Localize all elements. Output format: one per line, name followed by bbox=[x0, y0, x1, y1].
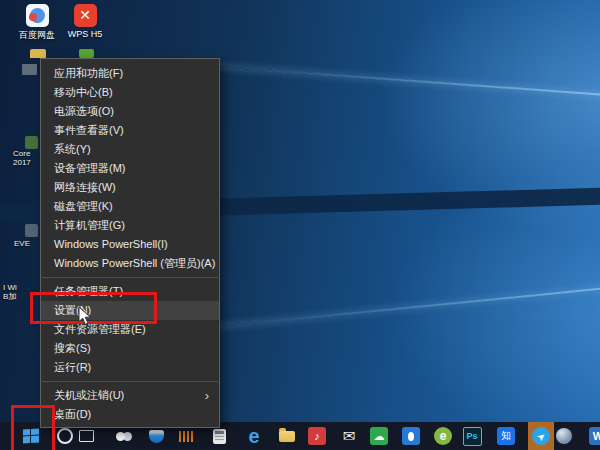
menu-item-search[interactable]: 搜索(S) bbox=[41, 339, 219, 358]
menu-separator bbox=[42, 277, 218, 278]
desktop-label-fragment: B加 bbox=[3, 293, 16, 301]
orange-bars-icon bbox=[179, 431, 193, 442]
baidu-netdisk-icon-red bbox=[29, 13, 37, 21]
partial-app-icon: W bbox=[589, 427, 600, 445]
desktop-icon-fragment-folder[interactable] bbox=[30, 49, 46, 58]
taskbar-app-paper-plane-active[interactable]: ➤ bbox=[528, 422, 554, 450]
menu-separator bbox=[42, 381, 218, 382]
green-e-icon: e bbox=[434, 427, 452, 445]
taskbar-app-green-browser[interactable]: e bbox=[431, 424, 455, 448]
baidu-netdisk-icon bbox=[26, 4, 49, 27]
white-circles-icon bbox=[116, 432, 125, 441]
desktop-icon-baidu-netdisk[interactable]: 百度网盘 bbox=[14, 4, 60, 42]
edge-icon: e bbox=[248, 426, 259, 446]
menu-item-network-connections[interactable]: 网络连接(W) bbox=[41, 178, 219, 197]
cloud-icon: ☁ bbox=[370, 427, 388, 445]
desktop-icon-wps-h5[interactable]: ✕ WPS H5 bbox=[62, 4, 108, 39]
globe-icon bbox=[556, 428, 572, 444]
menu-item-disk-management[interactable]: 磁盘管理(K) bbox=[41, 197, 219, 216]
annotation-settings-highlight-box bbox=[30, 292, 157, 324]
menu-item-windows-powershell-admin[interactable]: Windows PowerShell (管理员)(A) bbox=[41, 254, 219, 273]
taskbar-app-partial-right[interactable]: W bbox=[586, 424, 600, 448]
taskbar-app-edge[interactable]: e bbox=[242, 424, 266, 448]
desktop-label-fragment: 2017 bbox=[13, 159, 31, 167]
desktop-icon-fragment-app2[interactable] bbox=[25, 224, 38, 237]
cortana-circle-icon bbox=[57, 428, 73, 444]
taskbar-app-green-cloud[interactable]: ☁ bbox=[367, 424, 391, 448]
mail-envelope-icon: ✉ bbox=[343, 427, 356, 445]
desktop-icon-fragment-app1[interactable] bbox=[25, 136, 38, 149]
menu-item-event-viewer[interactable]: 事件查看器(V) bbox=[41, 121, 219, 140]
taskbar-app-blue-2[interactable] bbox=[399, 424, 423, 448]
desktop-icon-label: 百度网盘 bbox=[14, 29, 60, 42]
menu-item-device-manager[interactable]: 设备管理器(M) bbox=[41, 159, 219, 178]
photoshop-icon: Ps bbox=[463, 427, 482, 446]
menu-item-computer-management[interactable]: 计算机管理(G) bbox=[41, 216, 219, 235]
taskbar-app-file-explorer[interactable] bbox=[275, 424, 299, 448]
folder-icon bbox=[279, 431, 295, 442]
winx-context-menu: 应用和功能(F) 移动中心(B) 电源选项(O) 事件查看器(V) 系统(Y) … bbox=[40, 58, 220, 428]
blue-app-icon bbox=[149, 430, 164, 443]
submenu-chevron-icon: › bbox=[205, 386, 209, 405]
taskbar-app-globe[interactable] bbox=[552, 424, 576, 448]
music-note-icon: ♪ bbox=[308, 427, 326, 445]
desktop-label-fragment: EVE bbox=[14, 240, 30, 248]
taskbar-app-mail[interactable]: ✉ bbox=[337, 424, 361, 448]
menu-item-apps-and-features[interactable]: 应用和功能(F) bbox=[41, 64, 219, 83]
wps-h5-icon: ✕ bbox=[74, 4, 97, 27]
blue-app2-icon bbox=[402, 427, 420, 445]
menu-item-desktop[interactable]: 桌面(D) bbox=[41, 405, 219, 424]
menu-item-system[interactable]: 系统(Y) bbox=[41, 140, 219, 159]
taskbar-app-zhihu[interactable]: 知 bbox=[494, 424, 518, 448]
desktop-icon-label: WPS H5 bbox=[62, 29, 108, 39]
desktop-icon-fragment-gray[interactable] bbox=[22, 64, 37, 75]
annotation-start-button-highlight-box bbox=[11, 405, 55, 450]
desktop-label-fragment: I Wi bbox=[3, 284, 17, 292]
taskbar-app-netease-music[interactable]: ♪ bbox=[305, 424, 329, 448]
calculator-icon bbox=[213, 429, 226, 444]
task-view-icon bbox=[79, 430, 94, 442]
desktop-label-fragment: Core bbox=[13, 150, 30, 158]
mouse-cursor bbox=[78, 306, 92, 330]
zhihu-icon: 知 bbox=[497, 427, 515, 445]
menu-item-power-options[interactable]: 电源选项(O) bbox=[41, 102, 219, 121]
menu-item-shutdown-or-signout[interactable]: 关机或注销(U) › bbox=[41, 386, 219, 405]
menu-item-run[interactable]: 运行(R) bbox=[41, 358, 219, 377]
menu-item-windows-powershell[interactable]: Windows PowerShell(I) bbox=[41, 235, 219, 254]
desktop-icon-fragment-green-app[interactable] bbox=[79, 49, 94, 58]
paper-plane-icon: ➤ bbox=[532, 427, 550, 445]
taskbar-app-photoshop[interactable]: Ps bbox=[460, 424, 484, 448]
menu-item-mobility-center[interactable]: 移动中心(B) bbox=[41, 83, 219, 102]
